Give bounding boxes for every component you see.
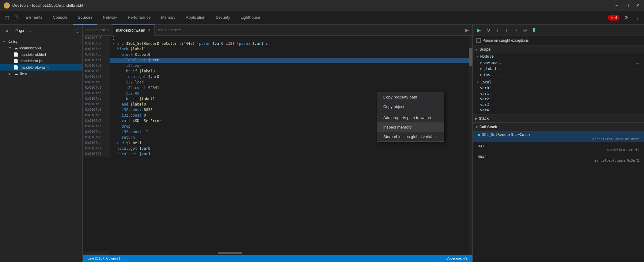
code-line[interactable]: 0x010fcd block $label0 — [83, 52, 469, 58]
tree-arrow-top: ▼ — [2, 40, 7, 43]
code-tab-js[interactable]: mandelbrot.js — [83, 25, 112, 36]
tree-item-file[interactable]: ▶ ☁ file:// — [0, 71, 82, 77]
tree-item-wasm[interactable]: 📄 mandelbrot.wasm — [0, 64, 82, 71]
status-line-col: Line 27107, Column 1 — [88, 256, 121, 260]
line-code: ) — [110, 36, 117, 41]
local-var3[interactable]: var3: — [473, 102, 644, 107]
callstack-item-0[interactable]: ● SDL_SetRenderDrawColor mandelbrot.wasm… — [473, 131, 644, 142]
tab-performance[interactable]: Performance — [123, 11, 155, 25]
minimize-button[interactable]: − — [614, 3, 619, 8]
status-coverage: Coverage: n/a — [446, 256, 468, 260]
tree-item-html[interactable]: 📄 mandelbrot.html — [0, 51, 82, 58]
tab-application[interactable]: Application — [181, 11, 210, 25]
scope-env-item[interactable]: ▶ env.me ... … — [473, 60, 644, 66]
pause-exceptions-checkbox[interactable] — [476, 38, 481, 43]
code-line[interactable]: 0x010fd6 i32.load — [83, 80, 469, 85]
vscroll-thumb[interactable] — [469, 48, 472, 66]
vertical-scrollbar[interactable] — [469, 36, 472, 251]
stack-section: ▶ Stack — [473, 114, 644, 123]
local-var0[interactable]: var0: — [473, 85, 644, 91]
code-content[interactable]: 0x010fc8 ) 0x010fc9 (func $SDL_SetRender… — [83, 36, 472, 251]
local-var4[interactable]: var4: — [473, 107, 644, 113]
local-var1[interactable]: var1: — [473, 91, 644, 96]
code-tab-cc[interactable]: mandelbrot.cc — [155, 25, 185, 36]
code-tab-wasm[interactable]: mandelbrot.wasm ✕ — [112, 25, 155, 36]
callstack-fn-label-2: main — [478, 154, 487, 159]
tree-item-js[interactable]: 📄 mandelbrot.js — [0, 58, 82, 64]
instan-dots: ... — [499, 73, 502, 77]
step-button[interactable]: → — [512, 26, 519, 34]
code-line-highlighted[interactable]: 0x010fcf local.get $var0 — [83, 58, 469, 63]
inspect-icon[interactable]: ⬚ — [2, 13, 11, 22]
step-into-button[interactable]: ↓ — [494, 26, 501, 34]
sidebar-back-icon[interactable]: ◀ — [2, 26, 11, 35]
tab-elements[interactable]: Elements — [21, 11, 47, 25]
main-layout: ◀ Page » ⋮ ▼ 🗂 top ▼ ☁ localhost:5501 📄 — [0, 25, 644, 262]
local-header-item[interactable]: ▼ Local — [473, 79, 644, 85]
line-code: i32.eq — [110, 91, 142, 96]
settings-icon[interactable]: ⚙ — [622, 13, 631, 22]
sidebar-menu-icon[interactable]: ⋮ — [75, 28, 80, 34]
var4-key: var4: — [480, 108, 491, 112]
error-count: 4 — [615, 16, 617, 20]
line-addr: 0x010fee — [83, 141, 110, 146]
line-addr: 0x010fcd — [83, 52, 110, 58]
resume-button[interactable]: ▶ — [475, 26, 483, 34]
step-over-button[interactable]: ↻ — [484, 26, 492, 34]
code-line[interactable]: 0x010ff1 local.get $var1 — [83, 152, 469, 157]
hscroll-thumb[interactable] — [218, 252, 242, 254]
callstack-item-2[interactable]: main mandelbrot.wasm:0x3ef2 — [473, 153, 644, 164]
line-code: br_if $label0 — [110, 69, 157, 74]
scope-instan-item[interactable]: ▶ instan ... … — [473, 72, 644, 78]
stack-header[interactable]: ▶ Stack — [473, 114, 644, 122]
close-tab-icon[interactable]: ✕ — [147, 28, 151, 33]
callstack-fn-icon-0: ● — [478, 132, 480, 137]
callstack-item-1[interactable]: main mandelbrot.cc:41 — [473, 142, 644, 153]
tab-network[interactable]: Network — [98, 11, 123, 25]
error-badge[interactable]: ✕ 4 — [608, 15, 619, 21]
callstack-arrow: ▼ — [475, 125, 478, 129]
code-line[interactable]: 0x010fef local.get $var0 — [83, 146, 469, 152]
code-line[interactable]: 0x010fd2 br_if $label0 — [83, 69, 469, 74]
line-code: call $SDL_SetError — [110, 118, 164, 124]
more-tabs-icon[interactable]: ▶ — [464, 27, 470, 33]
scope-module-item[interactable]: ▼ Module — [473, 53, 644, 60]
tree-item-top[interactable]: ▼ 🗂 top — [0, 38, 82, 45]
code-line[interactable]: 0x010fc9 (func $SDL_SetRenderDrawColor (… — [83, 41, 469, 47]
global-label: global — [483, 67, 497, 71]
line-addr: 0x010feb — [83, 129, 110, 135]
line-addr: 0x010fc9 — [83, 41, 110, 47]
tree-item-localhost[interactable]: ▼ ☁ localhost:5501 — [0, 45, 82, 51]
code-line[interactable]: 0x010fd9 i32.const 64641 — [83, 85, 469, 91]
tab-memory[interactable]: Memory — [156, 11, 180, 25]
tab-sources[interactable]: Sources — [73, 11, 97, 25]
tab-lighthouse[interactable]: Lighthouse — [236, 11, 265, 25]
line-code: end $label0 — [110, 102, 148, 107]
tab-console[interactable]: Console — [48, 11, 72, 25]
tab-security[interactable]: Security — [211, 11, 235, 25]
line-code: i32.eqz — [110, 63, 144, 69]
code-line[interactable]: 0x010fc8 ) — [83, 36, 469, 41]
maximize-button[interactable]: □ — [624, 3, 630, 8]
scope-global-item[interactable]: ▶ global ... … — [473, 66, 644, 72]
callstack-header[interactable]: ▼ Call Stack — [473, 123, 644, 131]
hscroll-track[interactable] — [110, 251, 469, 255]
hscrollbar — [83, 251, 472, 255]
sidebar-tab-page[interactable]: Page — [12, 27, 27, 34]
sidebar-more-icon[interactable]: » — [29, 29, 32, 33]
code-line[interactable]: 0x010fd4 local.get $var0 — [83, 74, 469, 80]
scope-header[interactable]: ▼ Scope — [473, 45, 644, 53]
code-line[interactable]: 0x010fcb block $label1 — [83, 47, 469, 52]
code-line[interactable]: 0x010fd1 i32.eqz — [83, 63, 469, 69]
deactivate-breakpoints[interactable]: ⊘ — [521, 26, 528, 34]
device-icon[interactable]: 📱 — [12, 13, 20, 22]
env-label: env.me — [483, 60, 497, 65]
line-addr: 0x010fed — [83, 135, 110, 141]
local-var2[interactable]: var2: — [473, 96, 644, 102]
close-button[interactable]: ✕ — [635, 3, 640, 8]
line-code: i32.const 0 — [110, 113, 148, 118]
step-out-button[interactable]: ↑ — [503, 26, 510, 34]
module-expand-arrow: ▼ — [476, 55, 479, 58]
pause-indicator[interactable]: ⏸ — [530, 26, 538, 34]
more-icon[interactable]: ⋮ — [633, 13, 642, 22]
